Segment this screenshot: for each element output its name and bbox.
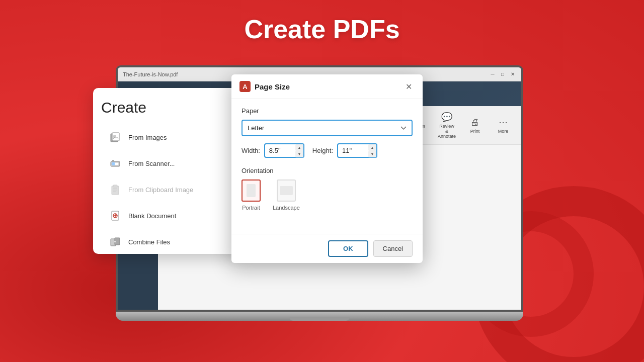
create-from-scanner-item[interactable]: From Scanner... xyxy=(101,151,233,175)
height-group: Height: ▲ ▼ xyxy=(312,143,377,158)
portrait-label: Portrait xyxy=(242,205,260,211)
from-clipboard-icon xyxy=(108,183,122,197)
review-annotate-label: Review & Annotate xyxy=(438,124,456,139)
ok-button[interactable]: OK xyxy=(328,240,368,257)
dialog-app-icon: A xyxy=(239,81,251,92)
svg-rect-5 xyxy=(112,162,115,165)
width-spinner: ▲ ▼ xyxy=(295,144,303,157)
width-increment-button[interactable]: ▲ xyxy=(295,144,303,151)
portrait-icon xyxy=(242,179,261,202)
svg-rect-17 xyxy=(115,238,120,245)
create-panel-title: Create xyxy=(101,99,233,116)
create-panel: Create From Images From Scanner... xyxy=(93,88,242,254)
height-increment-button[interactable]: ▲ xyxy=(368,144,376,151)
window-title: The-Future-is-Now.pdf xyxy=(123,71,178,77)
blank-document-label: Blank Document xyxy=(128,212,176,220)
laptop-base xyxy=(116,312,523,321)
dialog-title-left: A Page Size xyxy=(239,81,290,92)
window-restore-button[interactable]: □ xyxy=(499,71,506,78)
landscape-label: Landscape xyxy=(273,205,300,211)
width-label: Width: xyxy=(242,147,260,154)
app-icon-text: A xyxy=(243,83,247,90)
portrait-option[interactable]: Portrait xyxy=(242,179,261,211)
svg-rect-8 xyxy=(113,185,117,187)
dialog-close-button[interactable]: ✕ xyxy=(403,80,415,93)
orientation-section: Orientation Portrait Landscape xyxy=(242,167,413,211)
dialog-footer: OK Cancel xyxy=(231,234,423,263)
blank-document-icon xyxy=(108,209,122,223)
orientation-label: Orientation xyxy=(242,167,413,174)
page-size-dialog: A Page Size ✕ Paper Letter A4 Legal A3 C… xyxy=(231,74,423,263)
dialog-titlebar: A Page Size ✕ xyxy=(231,74,423,99)
paper-section-label: Paper xyxy=(242,107,413,115)
create-from-images-item[interactable]: From Images xyxy=(101,125,233,149)
height-label: Height: xyxy=(312,147,333,154)
window-controls: ─ □ ✕ xyxy=(489,71,516,78)
width-input-wrap: ▲ ▼ xyxy=(264,143,304,158)
dialog-body: Paper Letter A4 Legal A3 Custom Width: ▲… xyxy=(231,99,423,234)
from-clipboard-label: From Clipboard Image xyxy=(128,186,193,194)
toolbar-review-annotate-button[interactable]: 💬 Review & Annotate xyxy=(434,110,460,141)
combine-files-item[interactable]: Combine Files xyxy=(101,230,233,254)
create-blank-document-item[interactable]: Blank Document xyxy=(101,204,233,228)
print-icon: 🖨 xyxy=(470,117,479,128)
more-icon: ⋯ xyxy=(499,117,508,128)
from-scanner-label: From Scanner... xyxy=(128,160,175,167)
landscape-shape xyxy=(280,186,293,195)
width-decrement-button[interactable]: ▼ xyxy=(295,151,303,157)
orientation-options: Portrait Landscape xyxy=(242,179,413,211)
width-group: Width: ▲ ▼ xyxy=(242,143,304,158)
from-images-icon xyxy=(108,130,122,144)
portrait-shape xyxy=(247,184,256,197)
more-label: More xyxy=(498,129,509,134)
combine-files-label: Combine Files xyxy=(128,238,170,246)
create-from-clipboard-item: From Clipboard Image xyxy=(101,177,233,202)
cancel-button[interactable]: Cancel xyxy=(373,240,413,257)
dialog-title-text: Page Size xyxy=(255,82,290,91)
toolbar-more-button[interactable]: ⋯ More xyxy=(490,115,516,136)
landscape-icon xyxy=(277,179,296,202)
svg-rect-6 xyxy=(112,160,114,161)
page-title: Create PDFs xyxy=(0,14,644,44)
combine-files-icon xyxy=(108,235,122,249)
print-label: Print xyxy=(470,129,480,134)
toolbar-print-button[interactable]: 🖨 Print xyxy=(462,115,488,136)
review-annotate-icon: 💬 xyxy=(441,112,452,123)
from-images-label: From Images xyxy=(128,134,167,141)
from-scanner-icon xyxy=(108,156,122,170)
height-input-wrap: ▲ ▼ xyxy=(337,143,377,158)
height-spinner: ▲ ▼ xyxy=(368,144,376,157)
window-minimize-button[interactable]: ─ xyxy=(489,71,496,78)
dimensions-row: Width: ▲ ▼ Height: ▲ ▼ xyxy=(242,143,413,158)
window-close-button[interactable]: ✕ xyxy=(509,71,516,78)
height-decrement-button[interactable]: ▼ xyxy=(368,151,376,157)
paper-size-select[interactable]: Letter A4 Legal A3 Custom xyxy=(242,120,413,136)
landscape-option[interactable]: Landscape xyxy=(273,179,300,211)
